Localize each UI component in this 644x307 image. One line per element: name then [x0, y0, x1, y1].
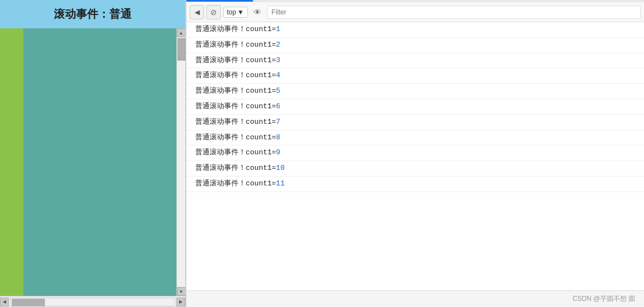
console-line-text: 普通滚动事件！count1= [195, 117, 276, 128]
scroll-content-area: ▲ ▼ [0, 28, 185, 296]
block-button[interactable]: ⊘ [206, 5, 221, 19]
devtools-tab-bar [186, 0, 644, 2]
scroll-down-button[interactable]: ▼ [177, 287, 186, 296]
vertical-scrollbar[interactable]: ▲ ▼ [176, 28, 185, 296]
console-count-value: 11 [276, 178, 285, 190]
console-line-text: 普通滚动事件！count1= [195, 70, 276, 82]
console-line-text: 普通滚动事件！count1= [195, 101, 276, 113]
devtools-toolbar: ◀ ⊘ top ▼ 👁 [186, 2, 644, 22]
scroll-right-button[interactable]: ▶ [176, 298, 185, 306]
console-output: 普通滚动事件！count1= 1普通滚动事件！count1= 2普通滚动事件！c… [186, 22, 644, 290]
console-line: 普通滚动事件！count1= 7 [186, 115, 644, 130]
console-line: 普通滚动事件！count1= 4 [186, 68, 644, 84]
main-area: 滚动事件：普通 ▲ ▼ ◀ ▶ [0, 0, 644, 307]
console-count-value: 5 [276, 85, 281, 97]
devtools-panel: ◀ ⊘ top ▼ 👁 普通滚动事件！count1= 1普通滚动事件！count… [186, 0, 644, 307]
filter-input[interactable] [267, 6, 641, 19]
scroll-up-button[interactable]: ▲ [177, 28, 186, 37]
console-count-value: 2 [276, 39, 281, 51]
console-count-value: 1 [276, 24, 281, 36]
browser-panel: 滚动事件：普通 ▲ ▼ ◀ ▶ [0, 0, 186, 307]
console-line: 普通滚动事件！count1= 5 [186, 84, 644, 99]
block-icon: ⊘ [210, 8, 217, 17]
horiz-scrollbar-thumb[interactable] [12, 299, 45, 306]
console-line: 普通滚动事件！count1= 10 [186, 161, 644, 177]
console-line: 普通滚动事件！count1= 2 [186, 38, 644, 53]
eye-button[interactable]: 👁 [250, 5, 265, 19]
back-button[interactable]: ◀ [190, 5, 204, 19]
scroll-left-button[interactable]: ◀ [0, 298, 9, 306]
console-count-value: 10 [276, 163, 285, 174]
console-line: 普通滚动事件！count1= 9 [186, 145, 644, 161]
watermark-text: CSDN @芋圆不想 圆 [572, 294, 635, 304]
chevron-down-icon: ▼ [237, 8, 244, 16]
console-line-text: 普通滚动事件！count1= [195, 39, 276, 51]
console-line-text: 普通滚动事件！count1= [195, 178, 276, 190]
console-line: 普通滚动事件！count1= 6 [186, 99, 644, 115]
console-count-value: 3 [276, 55, 281, 67]
active-tab-indicator [186, 0, 253, 2]
context-label: top [227, 8, 236, 16]
console-line: 普通滚动事件！count1= 8 [186, 130, 644, 146]
console-count-value: 8 [276, 132, 281, 144]
console-count-value: 6 [276, 101, 281, 113]
console-line-text: 普通滚动事件！count1= [195, 85, 276, 97]
scroll-demo-container: 滚动事件：普通 ▲ ▼ ◀ ▶ [0, 0, 185, 307]
console-line: 普通滚动事件！count1= 11 [186, 177, 644, 192]
console-line-text: 普通滚动事件！count1= [195, 55, 276, 67]
console-line-text: 普通滚动事件！count1= [195, 132, 276, 144]
green-side-bar [0, 28, 23, 296]
scroll-inner-content[interactable] [0, 28, 176, 296]
bottom-status-bar: CSDN @芋圆不想 圆 [186, 290, 644, 307]
console-line-text: 普通滚动事件！count1= [195, 24, 276, 36]
console-count-value: 7 [276, 117, 281, 128]
horizontal-scrollbar-area: ◀ ▶ [0, 296, 185, 307]
scrollbar-track[interactable] [177, 37, 185, 287]
console-line: 普通滚动事件！count1= 3 [186, 53, 644, 69]
console-line-text: 普通滚动事件！count1= [195, 147, 276, 159]
scroll-demo-title: 滚动事件：普通 [0, 0, 185, 28]
eye-icon: 👁 [253, 8, 261, 17]
console-line: 普通滚动事件！count1= 1 [186, 22, 644, 38]
back-icon: ◀ [195, 8, 200, 16]
horiz-scrollbar-track[interactable] [10, 298, 175, 306]
scrollbar-thumb[interactable] [178, 38, 185, 61]
context-selector[interactable]: top ▼ [223, 7, 248, 18]
console-count-value: 4 [276, 70, 281, 82]
console-count-value: 9 [276, 147, 281, 159]
console-line-text: 普通滚动事件！count1= [195, 163, 276, 174]
